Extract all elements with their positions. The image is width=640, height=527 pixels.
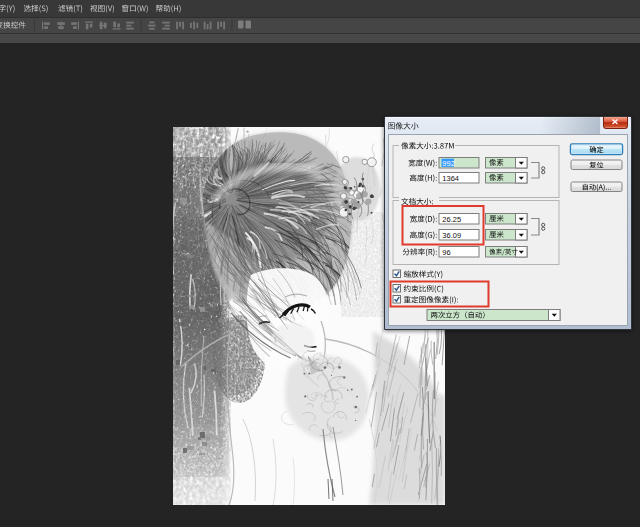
svg-text:992: 992 — [442, 159, 455, 168]
svg-text:1364: 1364 — [442, 174, 459, 183]
svg-text:36.09: 36.09 — [442, 231, 461, 240]
svg-text:26.25: 26.25 — [442, 215, 461, 224]
svg-text:96: 96 — [442, 248, 450, 257]
